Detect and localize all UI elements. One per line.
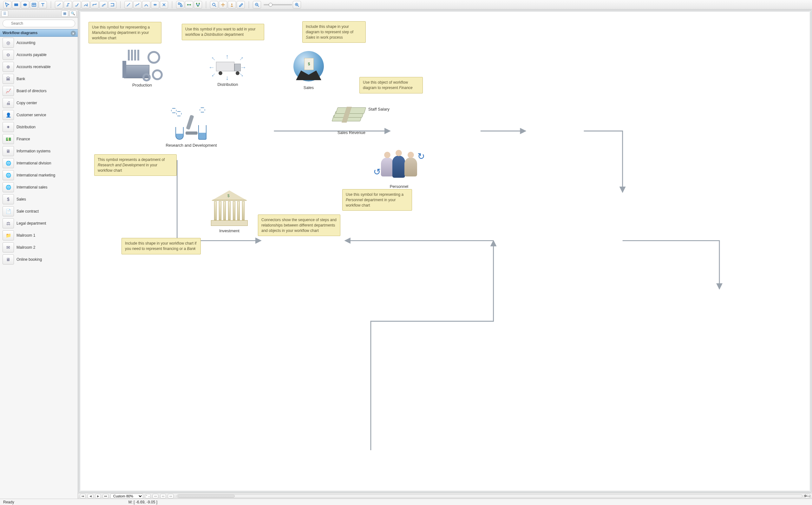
callout-production[interactable]: Use this symbol for representing a Manuf… bbox=[89, 22, 161, 43]
node-rnd[interactable]: Research and Development bbox=[163, 107, 220, 148]
line-tool-2-button[interactable] bbox=[133, 1, 141, 9]
node-production[interactable]: Production bbox=[121, 50, 163, 88]
view-mode-3-button[interactable]: ▭ bbox=[168, 494, 173, 498]
line-tool-4-button[interactable] bbox=[151, 1, 159, 9]
connector-3-button[interactable] bbox=[73, 1, 81, 9]
close-icon[interactable]: × bbox=[71, 31, 76, 36]
shape-item-copy-center[interactable]: 🖨Copy center bbox=[0, 97, 78, 109]
line-tool-3-button[interactable] bbox=[142, 1, 150, 9]
view-mode-2-button[interactable]: ▭ bbox=[160, 494, 166, 498]
shape-item-international-marketing[interactable]: 🌐International marketing bbox=[0, 169, 78, 181]
shape-item-mailroom-1[interactable]: 📁Mailroom 1 bbox=[0, 229, 78, 241]
callout-bank[interactable]: Include this shape in your workflow char… bbox=[121, 238, 201, 255]
stamp-tool-button[interactable] bbox=[228, 1, 236, 9]
shape-item-accounting[interactable]: ◎Accounting bbox=[0, 37, 78, 49]
shape-item-online-booking[interactable]: 🖥Online booking bbox=[0, 254, 78, 266]
zoom-select[interactable]: Custom 80% bbox=[110, 494, 143, 499]
node-personnel[interactable]: ↺↻ Personnel bbox=[372, 148, 426, 189]
rect-tool-button[interactable] bbox=[12, 1, 20, 9]
shape-item-information-systems[interactable]: 🖥Information systems bbox=[0, 145, 78, 157]
table-tool-button[interactable] bbox=[30, 1, 38, 9]
toolbar-group-zoom bbox=[251, 1, 302, 9]
eyedropper-tool-button[interactable] bbox=[237, 1, 245, 9]
shape-item-label: Online booking bbox=[16, 257, 42, 262]
node-label: Distribution bbox=[207, 82, 248, 87]
callout-text: Connectors show the sequence of steps an… bbox=[261, 218, 337, 233]
shape-item-international-division[interactable]: 🌐International division bbox=[0, 157, 78, 169]
main-split: ☰ ▦ 🔍 🔍 Workflow diagrams × ◎Accounting⊖… bbox=[0, 9, 812, 499]
svg-rect-4 bbox=[181, 5, 182, 7]
hscroll-thumb[interactable] bbox=[178, 495, 235, 497]
arrange-3-button[interactable] bbox=[194, 1, 202, 9]
callout-distribution[interactable]: Use this symbol if you want to add in yo… bbox=[182, 24, 264, 40]
shape-item-bank[interactable]: 🏛Bank bbox=[0, 73, 78, 85]
shape-item-accounts-receivable[interactable]: ⊕Accounts receivable bbox=[0, 61, 78, 73]
connector-5-button[interactable] bbox=[90, 1, 99, 9]
connector-6-button[interactable] bbox=[99, 1, 108, 9]
connector-1-button[interactable] bbox=[55, 1, 63, 9]
toolbar-group-connectors bbox=[53, 1, 118, 9]
library-header[interactable]: Workflow diagrams × bbox=[0, 29, 78, 37]
svg-rect-5 bbox=[187, 4, 189, 5]
connector-4-button[interactable] bbox=[82, 1, 90, 9]
pan-tool-button[interactable] bbox=[219, 1, 227, 9]
callout-text: This symbol represents a department of R… bbox=[98, 157, 164, 173]
node-staff-salary[interactable]: Staff Salary bbox=[368, 106, 389, 112]
node-label: Sales bbox=[289, 85, 328, 90]
arrange-2-button[interactable] bbox=[185, 1, 193, 9]
shape-item-label: Accounting bbox=[16, 40, 35, 45]
page-prev-button[interactable]: ◀ bbox=[88, 494, 93, 498]
line-tool-5-button[interactable] bbox=[160, 1, 168, 9]
toolbar-separator bbox=[51, 1, 51, 8]
line-tool-1-button[interactable] bbox=[124, 1, 133, 9]
shape-item-legal-department[interactable]: ⚖Legal department bbox=[0, 217, 78, 229]
shape-thumb-icon: 🌐 bbox=[3, 170, 14, 180]
shape-item-finance[interactable]: 💵Finance bbox=[0, 133, 78, 145]
hscroll-track[interactable] bbox=[177, 494, 803, 498]
shape-item-sale-contract[interactable]: 📄Sale contract bbox=[0, 205, 78, 217]
shape-item-customer-service[interactable]: 👤Customer service bbox=[0, 109, 78, 121]
callout-finance[interactable]: Use this object of workflow diagram to r… bbox=[359, 77, 423, 94]
node-distribution[interactable]: ↑↓ →← ↑↑ ↑↑ Distribution bbox=[207, 52, 248, 87]
connector-2-button[interactable] bbox=[64, 1, 72, 9]
text-tool-button[interactable] bbox=[39, 1, 47, 9]
node-sales[interactable]: $ Sales bbox=[289, 49, 328, 90]
shape-thumb-icon: 📁 bbox=[3, 230, 14, 240]
zoom-slider-thumb[interactable] bbox=[269, 3, 272, 7]
page-next-button[interactable]: ▶ bbox=[95, 494, 101, 498]
shape-item-accounts-payable[interactable]: ⊖Accounts payable bbox=[0, 49, 78, 61]
shape-item-mailroom-2[interactable]: ✉Mailroom 2 bbox=[0, 241, 78, 254]
pointer-tool-button[interactable] bbox=[3, 1, 11, 9]
shape-item-international-sales[interactable]: 🌐International sales bbox=[0, 181, 78, 193]
shape-item-sales[interactable]: $Sales bbox=[0, 193, 78, 205]
callout-rnd[interactable]: This symbol represents a department of R… bbox=[94, 154, 177, 176]
corner-grip-icon[interactable]: �íoz bbox=[804, 494, 810, 498]
node-label: Research and Development bbox=[163, 143, 220, 148]
zoom-in-button[interactable] bbox=[293, 1, 301, 9]
page-last-button[interactable]: ⏭ bbox=[103, 494, 108, 498]
library-tree-icon[interactable]: ☰ bbox=[1, 10, 8, 17]
svg-point-10 bbox=[213, 3, 215, 6]
callout-personnel[interactable]: Use this symbol for representing a Perso… bbox=[342, 189, 412, 211]
shape-item-board-of-directors[interactable]: 📈Board of directors bbox=[0, 85, 78, 97]
callout-sales[interactable]: Include this shape in your diagram to re… bbox=[302, 21, 366, 43]
arrange-1-button[interactable] bbox=[176, 1, 184, 9]
status-bar: Ready M: [ -6.69, -9.05 ] bbox=[0, 499, 812, 505]
callout-connectors[interactable]: Connectors show the sequence of steps an… bbox=[258, 214, 340, 236]
shape-item-distribution[interactable]: ✶Distribution bbox=[0, 121, 78, 133]
zoom-out-button[interactable] bbox=[253, 1, 261, 9]
zoom-tool-button[interactable] bbox=[210, 1, 218, 9]
canvas-page[interactable]: Production ↑↓ →← ↑↑ ↑↑ Distribution bbox=[80, 12, 810, 491]
node-investment[interactable]: $ Investment bbox=[201, 189, 258, 233]
zoom-slider-track[interactable] bbox=[263, 4, 292, 5]
connector-7-button[interactable] bbox=[108, 1, 116, 9]
library-grid-icon[interactable]: ▦ bbox=[61, 10, 68, 17]
view-mode-1-button[interactable]: ▭ bbox=[152, 494, 158, 498]
page-first-button[interactable]: ⏮ bbox=[80, 494, 86, 498]
zoom-slider[interactable] bbox=[263, 4, 292, 5]
library-search-icon[interactable]: 🔍 bbox=[70, 10, 77, 17]
canvas-viewport[interactable]: Production ↑↓ →← ↑↑ ↑↑ Distribution bbox=[79, 10, 811, 492]
zoom-stepper-icon[interactable]: ⌃⌄ bbox=[145, 494, 151, 498]
search-input[interactable] bbox=[3, 20, 75, 27]
ellipse-tool-button[interactable] bbox=[21, 1, 29, 9]
